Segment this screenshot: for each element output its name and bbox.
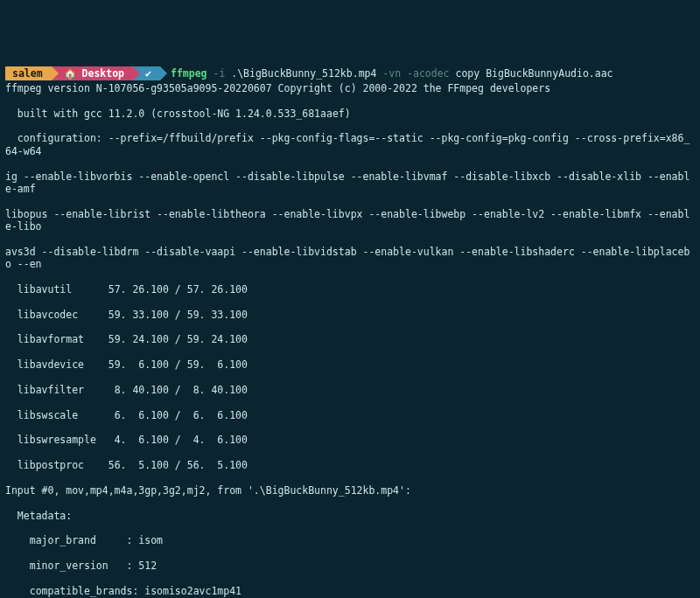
command-bin: ffmpeg (171, 67, 207, 80)
output-line: built with gcc 11.2.0 (crosstool-NG 1.24… (5, 108, 695, 120)
output-line: major_brand : isom (5, 534, 695, 546)
flag-acodec: -acodec (407, 67, 455, 80)
output-line: libavutil 57. 26.100 / 57. 26.100 (5, 283, 695, 296)
arg-codec: copy (455, 67, 480, 80)
prompt-host: salem (5, 66, 52, 80)
output-line: libopus --enable-librist --enable-libthe… (5, 208, 695, 233)
prompt-dir-label: Desktop (82, 67, 124, 80)
flag-input: -i (207, 67, 232, 80)
output-line: libavfilter 8. 40.100 / 8. 40.100 (5, 384, 695, 396)
output-line: ig --enable-libvorbis --enable-opencl --… (5, 170, 695, 196)
terminal-window[interactable]: salem 🏠 Desktop ✔ ffmpeg -i .\BigBuckBun… (5, 54, 695, 599)
output-line: libswresample 4. 6.100 / 4. 6.100 (5, 434, 695, 446)
output-line: Metadata: (5, 510, 695, 522)
output-line: libswscale 6. 6.100 / 6. 6.100 (5, 409, 695, 421)
output-line: Input #0, mov,mp4,m4a,3gp,3g2,mj2, from … (5, 484, 695, 497)
flag-vn: -vn (376, 67, 407, 80)
output-line: compatible_brands: isomiso2avc1mp41 (5, 585, 695, 597)
output-line: configuration: --prefix=/ffbuild/prefix … (5, 132, 695, 157)
shell-prompt: salem 🏠 Desktop ✔ ffmpeg -i .\BigBuckBun… (5, 66, 613, 80)
output-line: libavcodec 59. 33.100 / 59. 33.100 (5, 309, 695, 321)
output-line: libavformat 59. 24.100 / 59. 24.100 (5, 333, 695, 345)
arg-input-file: .\BigBuckBunny_512kb.mp4 (231, 67, 376, 80)
arg-output-file: BigBuckBunnyAudio.aac (480, 67, 612, 80)
output-line: libavdevice 59. 6.100 / 59. 6.100 (5, 358, 695, 371)
output-line: ffmpeg version N-107056-g93505a9095-2022… (5, 82, 695, 94)
output-line: minor_version : 512 (5, 560, 695, 572)
prompt-dir: 🏠 Desktop (52, 66, 133, 80)
output-line: avs3d --disable-libdrm --disable-vaapi -… (5, 246, 695, 271)
output-line: libpostproc 56. 5.100 / 56. 5.100 (5, 459, 695, 471)
